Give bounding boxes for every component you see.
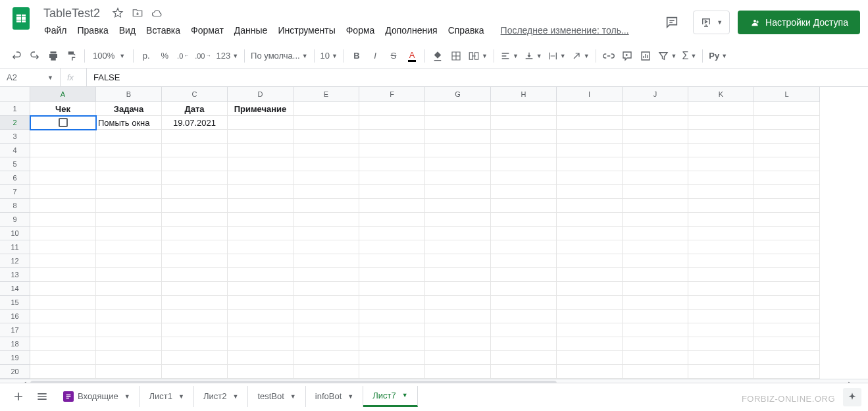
row-header-19[interactable]: 19 — [0, 351, 30, 365]
cell-H3[interactable] — [491, 130, 557, 144]
cell-J15[interactable] — [623, 296, 688, 310]
cell-I16[interactable] — [557, 310, 623, 323]
italic-button[interactable]: I — [367, 47, 384, 65]
cell-F20[interactable] — [359, 365, 425, 379]
cell-B19[interactable] — [96, 351, 162, 365]
cell-A20[interactable] — [30, 365, 96, 379]
comment-button[interactable] — [619, 47, 636, 65]
cell-C12[interactable] — [162, 254, 228, 268]
cell-K13[interactable] — [688, 268, 754, 282]
fill-color-button[interactable] — [429, 47, 446, 65]
cell-A7[interactable] — [30, 185, 96, 199]
print-button[interactable] — [45, 47, 62, 65]
cell-A16[interactable] — [30, 310, 96, 323]
cell-K8[interactable] — [688, 199, 754, 213]
row-header-1[interactable]: 1 — [0, 102, 30, 116]
cell-E12[interactable] — [294, 254, 359, 268]
cell-F10[interactable] — [359, 227, 425, 240]
cell-J11[interactable] — [623, 240, 688, 254]
cell-C18[interactable] — [162, 337, 228, 351]
menu-файл[interactable]: Файл — [39, 22, 71, 38]
cell-B1[interactable]: Задача — [96, 102, 162, 116]
sheet-tab-Лист1[interactable]: Лист1▼ — [140, 386, 194, 407]
sheet-tab-Лист2[interactable]: Лист2▼ — [194, 386, 248, 407]
chevron-down-icon[interactable]: ▼ — [178, 393, 184, 400]
menu-формат[interactable]: Формат — [186, 22, 228, 38]
cell-C8[interactable] — [162, 199, 228, 213]
cell-D8[interactable] — [228, 199, 294, 213]
cell-D12[interactable] — [228, 254, 294, 268]
cell-B3[interactable] — [96, 130, 162, 144]
cell-L16[interactable] — [754, 310, 820, 323]
cell-E14[interactable] — [294, 282, 359, 296]
cell-H7[interactable] — [491, 185, 557, 199]
cell-D19[interactable] — [228, 351, 294, 365]
cell-J13[interactable] — [623, 268, 688, 282]
cell-I1[interactable] — [557, 102, 623, 116]
select-all-corner[interactable] — [0, 87, 30, 102]
cell-E16[interactable] — [294, 310, 359, 323]
cell-H15[interactable] — [491, 296, 557, 310]
cell-G15[interactable] — [425, 296, 491, 310]
cell-H20[interactable] — [491, 365, 557, 379]
py-button[interactable]: Py▼ — [707, 47, 729, 65]
cell-H12[interactable] — [491, 254, 557, 268]
cell-B4[interactable] — [96, 144, 162, 157]
col-header-B[interactable]: B — [96, 87, 162, 102]
more-formats-button[interactable]: 123▼ — [214, 47, 240, 65]
cell-E17[interactable] — [294, 323, 359, 337]
cell-A11[interactable] — [30, 240, 96, 254]
cell-J6[interactable] — [623, 171, 688, 185]
cell-C14[interactable] — [162, 282, 228, 296]
zoom-select[interactable]: 100%▼ — [89, 47, 129, 65]
row-header-3[interactable]: 3 — [0, 130, 30, 144]
col-header-L[interactable]: L — [754, 87, 820, 102]
font-select[interactable]: По умолча...▼ — [249, 47, 309, 65]
cell-J9[interactable] — [623, 213, 688, 227]
cell-C10[interactable] — [162, 227, 228, 240]
cell-H11[interactable] — [491, 240, 557, 254]
cell-L18[interactable] — [754, 337, 820, 351]
cell-H14[interactable] — [491, 282, 557, 296]
cell-K17[interactable] — [688, 323, 754, 337]
cell-J14[interactable] — [623, 282, 688, 296]
cell-D10[interactable] — [228, 227, 294, 240]
sheet-tab-testBot[interactable]: testBot▼ — [248, 386, 305, 407]
cell-G18[interactable] — [425, 337, 491, 351]
cell-B14[interactable] — [96, 282, 162, 296]
cell-F6[interactable] — [359, 171, 425, 185]
cell-F8[interactable] — [359, 199, 425, 213]
cell-H8[interactable] — [491, 199, 557, 213]
cell-F13[interactable] — [359, 268, 425, 282]
cell-L20[interactable] — [754, 365, 820, 379]
cell-B7[interactable] — [96, 185, 162, 199]
cell-F5[interactable] — [359, 157, 425, 171]
cell-J19[interactable] — [623, 351, 688, 365]
cell-C2[interactable]: 19.07.2021 — [162, 116, 228, 130]
cell-I20[interactable] — [557, 365, 623, 379]
cell-H9[interactable] — [491, 213, 557, 227]
cell-A3[interactable] — [30, 130, 96, 144]
cell-L13[interactable] — [754, 268, 820, 282]
cell-A9[interactable] — [30, 213, 96, 227]
increase-decimal-button[interactable]: .00→ — [193, 47, 213, 65]
cell-A17[interactable] — [30, 323, 96, 337]
cell-J17[interactable] — [623, 323, 688, 337]
cell-E19[interactable] — [294, 351, 359, 365]
checkbox-icon[interactable] — [59, 118, 68, 127]
cell-K11[interactable] — [688, 240, 754, 254]
present-button[interactable]: ▼ — [693, 11, 730, 34]
cell-G20[interactable] — [425, 365, 491, 379]
cell-C20[interactable] — [162, 365, 228, 379]
explore-button[interactable] — [843, 388, 861, 406]
cell-K6[interactable] — [688, 171, 754, 185]
cell-K3[interactable] — [688, 130, 754, 144]
bold-button[interactable]: B — [348, 47, 365, 65]
row-header-9[interactable]: 9 — [0, 213, 30, 227]
borders-button[interactable] — [447, 47, 465, 65]
cell-C13[interactable] — [162, 268, 228, 282]
menu-инструменты[interactable]: Инструменты — [273, 22, 340, 38]
cell-L7[interactable] — [754, 185, 820, 199]
col-header-I[interactable]: I — [557, 87, 623, 102]
cell-F15[interactable] — [359, 296, 425, 310]
